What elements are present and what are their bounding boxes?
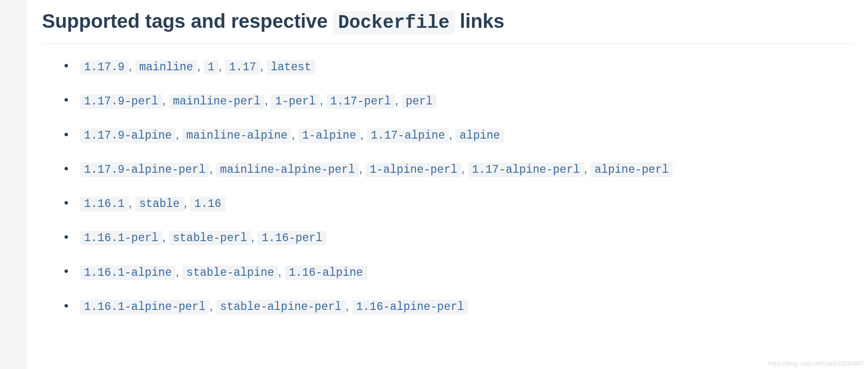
heading-suffix: links <box>455 10 504 32</box>
tag-code: 1.17 <box>225 60 260 75</box>
tag-separator: , <box>162 93 169 107</box>
tag-separator: , <box>360 127 367 141</box>
tag-separator: , <box>320 93 326 107</box>
tag-code: stable-alpine <box>182 266 278 280</box>
heading-code: Dockerfile <box>333 11 455 34</box>
tag-code: 1.16-alpine <box>285 266 367 280</box>
tag-code: 1.16-perl <box>258 231 326 246</box>
tag-code: mainline <box>135 60 197 75</box>
tag-group: 1.17.9-alpine, mainline-alpine, 1-alpine… <box>65 126 853 144</box>
tag-group-link[interactable]: 1.17.9, mainline, 1, 1.17, latest <box>80 59 315 73</box>
tag-code: alpine <box>456 128 504 143</box>
tag-code: stable-perl <box>169 231 251 246</box>
tag-separator: , <box>449 127 456 141</box>
tag-separator: , <box>209 162 216 175</box>
tag-code: 1.17.9-alpine-perl <box>80 163 209 177</box>
tag-code: stable <box>135 197 184 211</box>
tag-separator: , <box>278 265 285 278</box>
tag-group-link[interactable]: 1.16.1-alpine, stable-alpine, 1.16-alpin… <box>80 265 367 278</box>
tag-code: 1 <box>204 60 218 75</box>
tag-code: latest <box>267 60 315 75</box>
tag-code: 1.16.1-perl <box>80 231 162 246</box>
tag-group-link[interactable]: 1.16.1-perl, stable-perl, 1.16-perl <box>80 230 326 244</box>
document-content: Supported tags and respective Dockerfile… <box>27 0 868 369</box>
tag-group: 1.17.9-perl, mainline-perl, 1-perl, 1.17… <box>65 92 853 109</box>
tag-separator: , <box>260 59 267 73</box>
tag-group: 1.16.1-perl, stable-perl, 1.16-perl <box>65 228 853 246</box>
tag-code: mainline-alpine <box>182 128 291 143</box>
tag-group-link[interactable]: 1.17.9-alpine-perl, mainline-alpine-perl… <box>80 162 673 175</box>
tag-list: 1.17.9, mainline, 1, 1.17, latest1.17.9-… <box>42 44 853 315</box>
tag-code: 1.17.9 <box>80 60 129 75</box>
watermark-text: https://blog.csdn.net/zab635590867 <box>768 360 864 367</box>
tag-code: 1.17-alpine <box>367 128 449 143</box>
tag-separator: , <box>218 59 225 73</box>
tag-separator: , <box>291 127 298 141</box>
tag-separator: , <box>251 230 258 244</box>
tag-separator: , <box>359 162 366 175</box>
tag-separator: , <box>175 265 182 278</box>
tag-code: stable-alpine-perl <box>216 300 345 314</box>
tag-code: alpine-perl <box>590 163 673 177</box>
tag-group: 1.17.9, mainline, 1, 1.17, latest <box>65 58 853 75</box>
tag-code: 1.17.9-alpine <box>80 128 175 143</box>
tag-code: 1.16-alpine-perl <box>352 300 468 314</box>
tag-code: 1.17.9-perl <box>80 94 162 109</box>
tag-group-link[interactable]: 1.17.9-perl, mainline-perl, 1-perl, 1.17… <box>80 93 436 107</box>
tag-group: 1.16.1-alpine-perl, stable-alpine-perl, … <box>65 297 853 315</box>
tag-code: 1-alpine-perl <box>366 163 461 177</box>
tag-separator: , <box>175 127 182 141</box>
tag-code: 1.16.1-alpine <box>80 266 175 280</box>
tag-separator: , <box>162 230 169 244</box>
tag-separator: , <box>129 196 135 209</box>
tag-separator: , <box>264 93 271 107</box>
tag-group: 1.17.9-alpine-perl, mainline-alpine-perl… <box>65 160 853 178</box>
tag-separator: , <box>584 162 591 175</box>
tag-code: 1.16 <box>190 197 225 211</box>
tag-separator: , <box>346 299 352 312</box>
tag-code: 1.17-alpine-perl <box>468 163 584 177</box>
tag-code: 1-perl <box>271 94 320 109</box>
section-heading: Supported tags and respective Dockerfile… <box>42 0 853 44</box>
tag-separator: , <box>395 93 402 107</box>
tag-group-link[interactable]: 1.16.1, stable, 1.16 <box>80 196 225 209</box>
heading-prefix: Supported tags and respective <box>42 10 333 32</box>
tag-separator: , <box>129 59 135 73</box>
tag-code: 1.17-perl <box>326 94 395 109</box>
tag-code: mainline-perl <box>169 94 264 109</box>
tag-group: 1.16.1, stable, 1.16 <box>65 194 853 212</box>
tag-separator: , <box>209 299 216 312</box>
tag-group-link[interactable]: 1.16.1-alpine-perl, stable-alpine-perl, … <box>80 299 468 312</box>
tag-group-link[interactable]: 1.17.9-alpine, mainline-alpine, 1-alpine… <box>80 127 504 141</box>
tag-group: 1.16.1-alpine, stable-alpine, 1.16-alpin… <box>65 263 853 281</box>
tag-separator: , <box>461 162 468 175</box>
tag-code: 1.16.1 <box>80 197 129 211</box>
tag-code: perl <box>402 94 436 109</box>
tag-code: 1-alpine <box>298 128 360 143</box>
tag-separator: , <box>184 196 191 209</box>
tag-code: 1.16.1-alpine-perl <box>80 300 209 314</box>
tag-code: mainline-alpine-perl <box>216 163 359 177</box>
tag-separator: , <box>197 59 204 73</box>
